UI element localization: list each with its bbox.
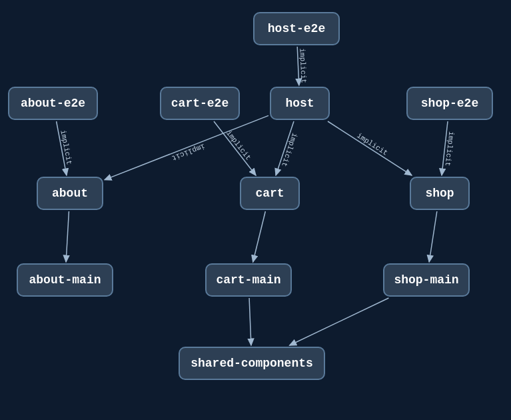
svg-line-11 xyxy=(249,298,251,345)
svg-line-12 xyxy=(290,298,389,345)
svg-line-3 xyxy=(214,121,256,175)
node-about-e2e: about-e2e xyxy=(8,87,98,120)
node-shop: shop xyxy=(410,177,470,210)
svg-line-9 xyxy=(253,211,266,262)
node-cart: cart xyxy=(240,177,300,210)
node-about: about xyxy=(37,177,103,210)
node-host-e2e: host-e2e xyxy=(253,12,340,45)
node-about-main: about-main xyxy=(17,263,113,297)
node-cart-e2e: cart-e2e xyxy=(160,87,240,120)
node-shop-e2e: shop-e2e xyxy=(406,87,493,120)
edge-label: implicit xyxy=(355,131,389,157)
svg-line-10 xyxy=(429,211,437,262)
svg-line-6 xyxy=(328,121,412,175)
edge-label: implicit xyxy=(280,132,298,168)
svg-line-8 xyxy=(66,211,69,262)
node-shop-main: shop-main xyxy=(383,263,470,297)
node-shared-components: shared-components xyxy=(179,347,325,380)
edge-label: implicit xyxy=(225,129,253,162)
node-host: host xyxy=(270,87,330,120)
edge-label: implicit xyxy=(298,48,307,83)
node-cart-main: cart-main xyxy=(205,263,292,297)
edge-label: implicit xyxy=(444,131,456,167)
